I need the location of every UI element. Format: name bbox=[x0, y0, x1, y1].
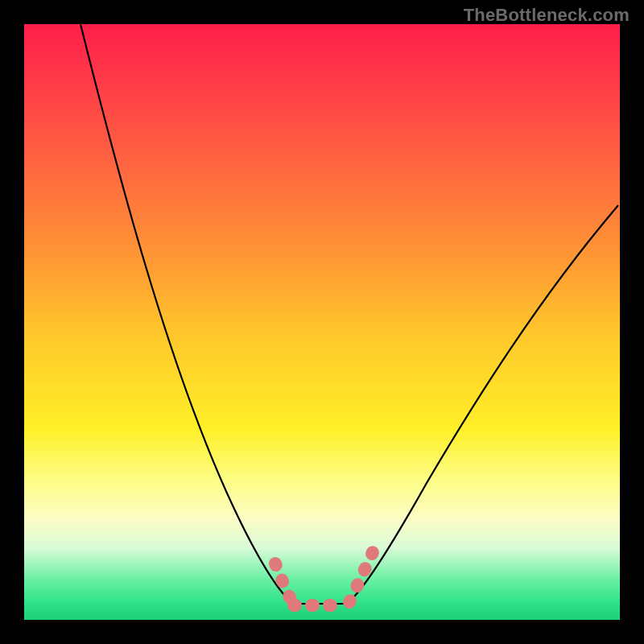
chart-frame: TheBottleneck.com bbox=[0, 0, 644, 644]
watermark: TheBottleneck.com bbox=[464, 5, 630, 26]
plot-background bbox=[24, 24, 620, 620]
